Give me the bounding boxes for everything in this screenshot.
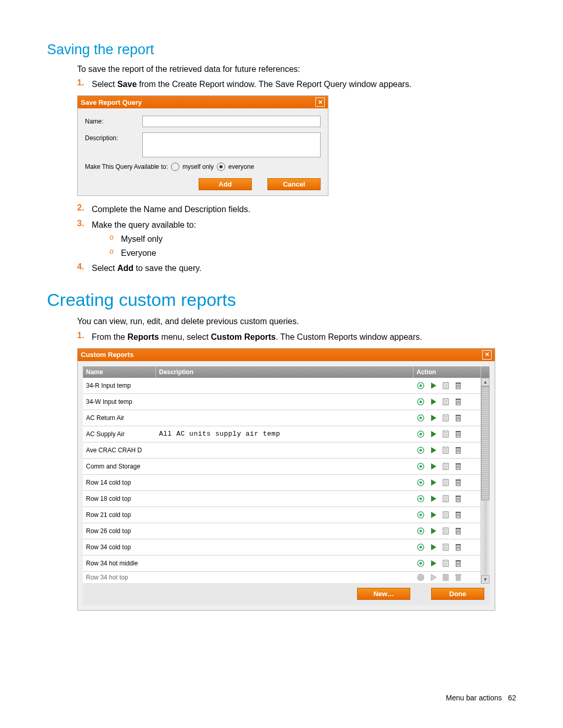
view-icon[interactable]: [416, 478, 425, 487]
view-icon[interactable]: [416, 510, 425, 520]
section-title-saving: Saving the report: [47, 42, 516, 58]
delete-icon[interactable]: [454, 413, 463, 423]
delete-icon[interactable]: [454, 542, 463, 552]
cell-name: Row 18 cold top: [83, 495, 156, 502]
table-row: AC Return Air: [83, 410, 481, 426]
dialog-title: Save Report Query: [81, 98, 142, 106]
cancel-button[interactable]: Cancel: [267, 178, 321, 190]
scroll-down-icon[interactable]: ▼: [481, 575, 489, 584]
edit-icon[interactable]: [441, 526, 450, 536]
svg-point-49: [420, 449, 422, 451]
view-icon[interactable]: [416, 381, 425, 390]
delete-icon[interactable]: [454, 573, 463, 582]
edit-icon[interactable]: [441, 478, 450, 487]
view-icon[interactable]: [416, 462, 425, 471]
play-icon[interactable]: [429, 478, 438, 487]
delete-icon[interactable]: [454, 559, 463, 568]
text: Select: [92, 80, 117, 89]
edit-icon[interactable]: [441, 542, 450, 552]
view-icon[interactable]: [416, 413, 425, 423]
done-button[interactable]: Done: [431, 588, 484, 600]
delete-icon[interactable]: [454, 462, 463, 471]
delete-icon[interactable]: [454, 494, 463, 503]
play-icon[interactable]: [429, 429, 438, 439]
sub-step-text: Myself only: [121, 233, 163, 245]
delete-icon[interactable]: [454, 429, 463, 439]
cell-description: All AC units supply air temp: [156, 430, 413, 438]
dialog-title-bar: Custom Reports ✕: [78, 349, 495, 361]
custom-reports-dialog: Custom Reports ✕ Name Description Action…: [77, 348, 495, 611]
bold-text: Add: [117, 264, 133, 273]
edit-icon[interactable]: [441, 494, 450, 503]
edit-icon[interactable]: [441, 446, 450, 455]
cell-name: Row 14 cold top: [83, 479, 156, 486]
new-button[interactable]: New…: [357, 588, 410, 600]
delete-icon[interactable]: [454, 526, 463, 536]
scroll-up-icon[interactable]: ▲: [481, 378, 489, 386]
play-icon[interactable]: [429, 510, 438, 520]
play-icon[interactable]: [429, 494, 438, 503]
table-row: Row 14 cold top: [83, 475, 481, 491]
view-icon[interactable]: [416, 494, 425, 503]
table-row: 34-R Input temp: [83, 378, 481, 394]
delete-icon[interactable]: [454, 478, 463, 487]
play-icon[interactable]: [429, 559, 438, 568]
scrollbar[interactable]: ▲ ▼: [481, 378, 489, 584]
bold-text: Reports: [127, 332, 158, 341]
delete-icon[interactable]: [454, 381, 463, 390]
play-icon[interactable]: [429, 462, 438, 471]
description-input[interactable]: [142, 132, 321, 157]
view-icon[interactable]: [416, 526, 425, 536]
edit-icon[interactable]: [441, 381, 450, 390]
scroll-thumb[interactable]: [481, 386, 489, 501]
edit-icon[interactable]: [441, 429, 450, 439]
cell-action: [413, 510, 481, 520]
play-icon[interactable]: [429, 397, 438, 406]
radio-myself-only[interactable]: [171, 163, 179, 171]
delete-icon[interactable]: [454, 510, 463, 520]
step-number: 4.: [77, 262, 92, 274]
view-icon[interactable]: [416, 559, 425, 568]
edit-icon[interactable]: [441, 397, 450, 406]
name-input[interactable]: [142, 116, 321, 127]
close-icon[interactable]: ✕: [482, 350, 492, 360]
edit-icon[interactable]: [441, 462, 450, 471]
cell-action: [413, 494, 481, 503]
edit-icon[interactable]: [441, 559, 450, 568]
view-icon[interactable]: [416, 573, 425, 582]
cell-action: [413, 462, 481, 471]
play-icon[interactable]: [429, 542, 438, 552]
svg-marker-38: [431, 431, 436, 437]
view-icon[interactable]: [416, 429, 425, 439]
edit-icon[interactable]: [441, 510, 450, 520]
radio-everyone[interactable]: [217, 163, 225, 171]
play-icon[interactable]: [429, 526, 438, 536]
add-button[interactable]: Add: [199, 178, 252, 190]
table-row: Comm and Storage: [83, 459, 481, 475]
col-description: Description: [156, 366, 413, 378]
table-row: Row 26 cold top: [83, 523, 481, 539]
delete-icon[interactable]: [454, 446, 463, 455]
view-icon[interactable]: [416, 397, 425, 406]
play-icon[interactable]: [429, 446, 438, 455]
svg-marker-26: [431, 415, 436, 421]
view-icon[interactable]: [416, 542, 425, 552]
text: From the: [92, 332, 127, 341]
play-icon[interactable]: [429, 381, 438, 390]
bullet: o: [109, 247, 121, 259]
delete-icon[interactable]: [454, 397, 463, 406]
cell-action: [413, 413, 481, 423]
edit-icon[interactable]: [441, 573, 450, 582]
cell-name: Row 21 cold top: [83, 511, 156, 519]
col-scroll: [481, 366, 489, 378]
close-icon[interactable]: ✕: [315, 97, 325, 107]
svg-marker-122: [431, 544, 436, 550]
cell-name: 34-W Input temp: [83, 398, 156, 405]
edit-icon[interactable]: [441, 413, 450, 423]
name-label: Name:: [85, 116, 142, 127]
play-icon[interactable]: [429, 413, 438, 423]
table-header-row: Name Description Action: [83, 366, 489, 378]
svg-marker-50: [431, 447, 436, 453]
play-icon[interactable]: [429, 573, 438, 582]
view-icon[interactable]: [416, 446, 425, 455]
